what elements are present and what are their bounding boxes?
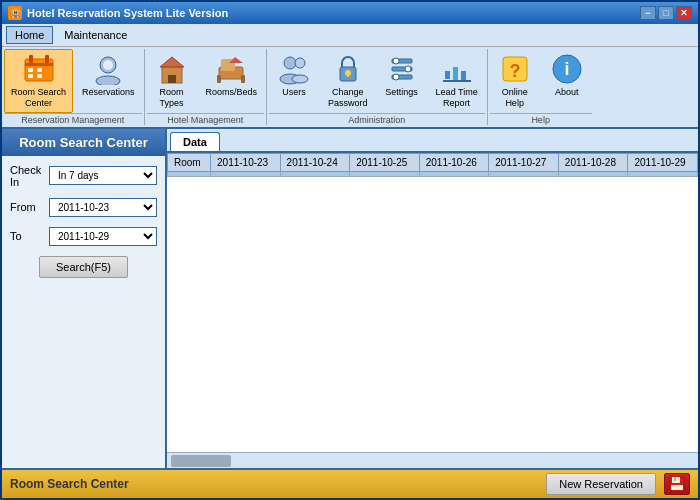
bottom-title: Room Search Center xyxy=(10,477,538,491)
rooms-beds-icon xyxy=(215,53,247,85)
lead-time-report-icon xyxy=(441,53,473,85)
reservations-icon xyxy=(92,53,124,85)
settings-label: Settings xyxy=(385,87,418,98)
toolbar-group-reservation-management: Room SearchCenter Reservations xyxy=(2,49,145,125)
cell-date-5 xyxy=(489,171,559,176)
svg-point-29 xyxy=(393,58,399,64)
window-title: Hotel Reservation System Lite Version xyxy=(27,7,228,19)
toolbar-btn-change-password[interactable]: ChangePassword xyxy=(321,49,375,113)
minimize-button[interactable]: − xyxy=(640,6,656,20)
checkin-select[interactable]: In 7 days Today In 14 days In 30 days xyxy=(49,166,157,185)
change-password-label: ChangePassword xyxy=(328,87,368,109)
to-label: To xyxy=(10,230,45,242)
main-area: Room Search Center Check In In 7 days To… xyxy=(2,129,698,468)
save-button[interactable] xyxy=(664,473,690,495)
svg-point-30 xyxy=(405,66,411,72)
svg-rect-32 xyxy=(445,71,450,79)
toolbar-group-administration: Users ChangePassword xyxy=(267,49,488,125)
from-row: From 2011-10-23 xyxy=(10,198,157,217)
room-types-label: RoomTypes xyxy=(160,87,184,109)
cell-date-4 xyxy=(419,171,489,176)
grid-table: Room 2011-10-23 2011-10-24 2011-10-25 20… xyxy=(167,153,698,177)
users-label: Users xyxy=(282,87,306,98)
to-row: To 2011-10-29 xyxy=(10,227,157,246)
cell-date-1 xyxy=(211,171,281,176)
cell-date-7 xyxy=(628,171,698,176)
room-types-icon xyxy=(156,53,188,85)
svg-rect-6 xyxy=(28,74,33,78)
cell-date-6 xyxy=(558,171,628,176)
svg-rect-1 xyxy=(25,63,53,66)
menu-item-home[interactable]: Home xyxy=(6,26,53,44)
svg-rect-25 xyxy=(347,73,349,77)
horizontal-scrollbar[interactable] xyxy=(167,452,698,468)
svg-point-10 xyxy=(103,60,113,70)
about-label: About xyxy=(555,87,579,98)
toolbar-btn-room-search-center[interactable]: Room SearchCenter xyxy=(4,49,73,113)
cell-date-2 xyxy=(280,171,350,176)
toolbar-btn-reservations[interactable]: Reservations xyxy=(75,49,142,113)
checkin-row: Check In In 7 days Today In 14 days In 3… xyxy=(10,164,157,188)
room-search-center-icon xyxy=(23,53,55,85)
help-label: Help xyxy=(490,113,592,125)
toolbar-group-help: ? OnlineHelp i About xyxy=(488,49,594,125)
svg-text:i: i xyxy=(564,59,569,79)
toolbar-btn-online-help[interactable]: ? OnlineHelp xyxy=(490,49,540,113)
toolbar-btn-about[interactable]: i About xyxy=(542,49,592,113)
svg-rect-33 xyxy=(453,67,458,81)
svg-rect-5 xyxy=(37,68,42,72)
rooms-beds-label: Rooms/Beds xyxy=(206,87,258,98)
svg-point-19 xyxy=(284,57,296,69)
svg-rect-13 xyxy=(168,75,176,83)
users-icon xyxy=(278,53,310,85)
toolbar-group-hotel-management: RoomTypes Rooms/Beds xyxy=(145,49,268,125)
online-help-label: OnlineHelp xyxy=(502,87,528,109)
data-grid: Room 2011-10-23 2011-10-24 2011-10-25 20… xyxy=(167,153,698,452)
checkin-label: Check In xyxy=(10,164,45,188)
col-date-4: 2011-10-26 xyxy=(419,153,489,171)
left-panel-content: Check In In 7 days Today In 14 days In 3… xyxy=(2,156,165,468)
from-select[interactable]: 2011-10-23 xyxy=(49,198,157,217)
change-password-icon xyxy=(332,53,364,85)
left-panel-title: Room Search Center xyxy=(2,129,165,156)
window-icon: 🏨 xyxy=(8,6,22,20)
col-date-5: 2011-10-27 xyxy=(489,153,559,171)
col-date-6: 2011-10-28 xyxy=(558,153,628,171)
toolbar-btn-settings[interactable]: Settings xyxy=(377,49,427,113)
settings-icon xyxy=(386,53,418,85)
svg-text:?: ? xyxy=(509,61,520,81)
main-window: 🏨 Hotel Reservation System Lite Version … xyxy=(0,0,700,500)
search-button[interactable]: Search(F5) xyxy=(39,256,128,278)
svg-rect-3 xyxy=(45,55,49,63)
menu-bar: Home Maintenance xyxy=(2,24,698,47)
new-reservation-button[interactable]: New Reservation xyxy=(546,473,656,495)
tab-bar: Data xyxy=(167,129,698,153)
cell-date-3 xyxy=(350,171,420,176)
to-select[interactable]: 2011-10-29 xyxy=(49,227,157,246)
close-button[interactable]: ✕ xyxy=(676,6,692,20)
svg-rect-7 xyxy=(37,74,42,78)
toolbar-btn-rooms-beds[interactable]: Rooms/Beds xyxy=(199,49,265,113)
toolbar-btn-lead-time-report[interactable]: Lead TimeReport xyxy=(429,49,485,113)
col-date-7: 2011-10-29 xyxy=(628,153,698,171)
svg-point-22 xyxy=(292,75,308,83)
menu-item-maintenance[interactable]: Maintenance xyxy=(55,26,136,44)
room-search-center-label: Room SearchCenter xyxy=(11,87,66,109)
reservations-label: Reservations xyxy=(82,87,135,98)
svg-rect-17 xyxy=(241,75,245,83)
toolbar-btn-users[interactable]: Users xyxy=(269,49,319,113)
title-bar: 🏨 Hotel Reservation System Lite Version … xyxy=(2,2,698,24)
left-panel: Room Search Center Check In In 7 days To… xyxy=(2,129,167,468)
maximize-button[interactable]: □ xyxy=(658,6,674,20)
col-date-2: 2011-10-24 xyxy=(280,153,350,171)
right-panel: Data Room 2011-10-23 2011-10-24 2011-10-… xyxy=(167,129,698,468)
col-date-3: 2011-10-25 xyxy=(350,153,420,171)
grid-header-row: Room 2011-10-23 2011-10-24 2011-10-25 20… xyxy=(168,153,698,171)
svg-rect-2 xyxy=(29,55,33,63)
tab-data[interactable]: Data xyxy=(170,132,220,151)
svg-point-31 xyxy=(393,74,399,80)
table-row[interactable] xyxy=(168,171,698,176)
scroll-thumb xyxy=(171,455,231,467)
toolbar-btn-room-types[interactable]: RoomTypes xyxy=(147,49,197,113)
svg-marker-12 xyxy=(160,57,184,67)
